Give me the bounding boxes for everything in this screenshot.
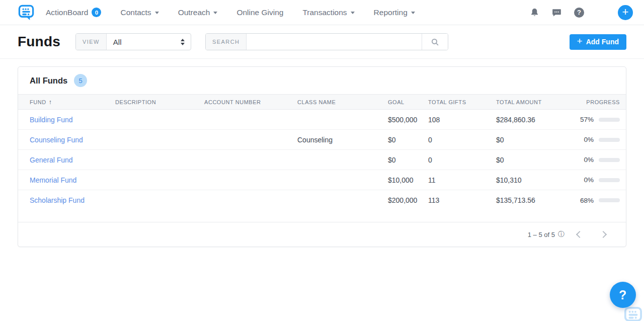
progress-bar (599, 198, 620, 202)
table-header-row: Fund↑ Description Account Number Class N… (18, 95, 626, 110)
plus-icon: + (577, 36, 583, 47)
progress-percent: 0% (584, 176, 594, 184)
progress-bar (599, 178, 620, 182)
cell-total-amount: $284,860.36 (496, 116, 579, 124)
search-bar: SEARCH (205, 33, 448, 50)
page-title: Funds (18, 34, 60, 50)
info-icon[interactable]: ⓘ (558, 230, 565, 239)
cell-total-gifts: 113 (428, 196, 496, 204)
nav-label: Transactions (302, 8, 347, 17)
progress-percent: 0% (584, 136, 594, 143)
funds-card: All Funds 5 Fund↑ Description Account Nu… (18, 66, 626, 247)
funds-count-badge: 5 (74, 74, 87, 87)
table-row: Memorial Fund $10,000 11 $10,310 0% (18, 170, 626, 190)
card-title: All Funds (30, 76, 67, 86)
apps-grid-icon[interactable] (596, 8, 606, 17)
main-content: All Funds 5 Fund↑ Description Account Nu… (0, 59, 644, 247)
add-fund-button[interactable]: + Add Fund (570, 34, 626, 50)
nav-reporting[interactable]: Reporting (374, 8, 415, 17)
cell-goal: $0 (388, 156, 428, 164)
pagination-next-button[interactable] (600, 231, 607, 238)
col-header-description[interactable]: Description (115, 99, 204, 105)
fund-link[interactable]: Scholarship Fund (30, 196, 85, 204)
table-row: Counseling Fund Counseling $0 0 $0 0% (18, 130, 626, 150)
progress-bar (599, 138, 620, 142)
search-input[interactable] (247, 34, 422, 50)
view-select[interactable]: All (107, 34, 191, 50)
search-label: SEARCH (206, 34, 247, 50)
col-header-fund[interactable]: Fund↑ (18, 99, 115, 106)
cell-total-amount: $0 (496, 156, 579, 164)
messages-chat-icon[interactable] (551, 8, 562, 18)
select-updown-icon (181, 39, 185, 45)
nav-label: Reporting (374, 8, 408, 17)
card-header: All Funds 5 (18, 67, 626, 95)
fund-link[interactable]: Counseling Fund (30, 136, 83, 144)
nav-label: Online Giving (236, 8, 283, 17)
progress-bar (599, 158, 620, 162)
actionboard-count-badge: 0 (92, 8, 101, 17)
table-body: Building Fund $500,000 108 $284,860.36 5… (18, 110, 626, 222)
cell-total-gifts: 11 (428, 176, 496, 184)
pagination-range: 1 – 5 of 5 ⓘ (528, 230, 565, 239)
fund-link[interactable]: Memorial Fund (30, 176, 76, 184)
chevron-down-icon (155, 12, 159, 14)
page-header: Funds VIEW All SEARCH + Add Fund (0, 25, 644, 59)
view-filter: VIEW All (75, 33, 191, 50)
pagination-prev-button[interactable] (576, 231, 583, 238)
table-row: General Fund $0 0 $0 0% (18, 150, 626, 170)
breeze-logo-icon[interactable] (18, 4, 35, 21)
search-icon (431, 38, 439, 46)
nav-label: Outreach (178, 8, 210, 17)
chevron-down-icon (213, 12, 217, 14)
chevron-down-icon (411, 12, 415, 14)
cell-goal: $0 (388, 136, 428, 144)
nav-label: Contacts (120, 8, 151, 17)
main-nav: ActionBoard 0 Contacts Outreach Online G… (46, 8, 415, 17)
cell-goal: $500,000 (388, 116, 428, 124)
cell-goal: $10,000 (388, 176, 428, 184)
nav-transactions[interactable]: Transactions (302, 8, 354, 17)
cell-total-amount: $0 (496, 136, 579, 144)
add-fund-label: Add Fund (586, 38, 619, 46)
progress-percent: 0% (584, 156, 594, 164)
cell-total-amount: $10,310 (496, 176, 579, 184)
cell-total-gifts: 0 (428, 156, 496, 164)
cell-class-name: Counseling (297, 136, 388, 144)
help-circle-icon[interactable]: ? (574, 8, 584, 18)
nav-right-icons: ? + (530, 5, 633, 20)
search-button[interactable] (422, 34, 448, 50)
view-label: VIEW (76, 34, 107, 50)
breeze-watermark-logo (624, 306, 643, 321)
cell-total-amount: $135,713.56 (496, 196, 579, 204)
progress-percent: 68% (580, 197, 594, 204)
chevron-down-icon (351, 12, 355, 14)
col-header-class-name[interactable]: Class Name (297, 99, 388, 105)
cell-total-gifts: 108 (428, 116, 496, 124)
table-footer: 1 – 5 of 5 ⓘ (18, 222, 626, 247)
cell-total-gifts: 0 (428, 136, 496, 144)
notifications-bell-icon[interactable] (530, 8, 539, 18)
sort-asc-icon: ↑ (49, 99, 52, 106)
col-header-account-number[interactable]: Account Number (204, 99, 297, 105)
progress-bar (599, 118, 620, 122)
nav-actionboard[interactable]: ActionBoard 0 (46, 8, 101, 17)
progress-percent: 57% (580, 116, 594, 123)
fund-link[interactable]: Building Fund (30, 116, 73, 124)
table-row: Building Fund $500,000 108 $284,860.36 5… (18, 110, 626, 130)
fund-link[interactable]: General Fund (30, 156, 73, 164)
nav-contacts[interactable]: Contacts (120, 8, 158, 17)
view-selected-value: All (113, 38, 122, 46)
cell-goal: $200,000 (388, 196, 428, 204)
table-row: Scholarship Fund $200,000 113 $135,713.5… (18, 190, 626, 210)
col-header-total-amount[interactable]: Total Amount (496, 99, 579, 105)
help-fab-button[interactable]: ? (610, 282, 636, 308)
nav-label: ActionBoard (46, 8, 88, 17)
quick-add-button[interactable]: + (618, 5, 633, 20)
nav-outreach[interactable]: Outreach (178, 8, 218, 17)
nav-online-giving[interactable]: Online Giving (236, 8, 283, 17)
top-navigation: ActionBoard 0 Contacts Outreach Online G… (0, 0, 644, 25)
col-header-goal[interactable]: Goal (388, 99, 428, 105)
col-header-total-gifts[interactable]: Total Gifts (428, 99, 496, 105)
col-header-progress[interactable]: Progress (579, 99, 626, 105)
